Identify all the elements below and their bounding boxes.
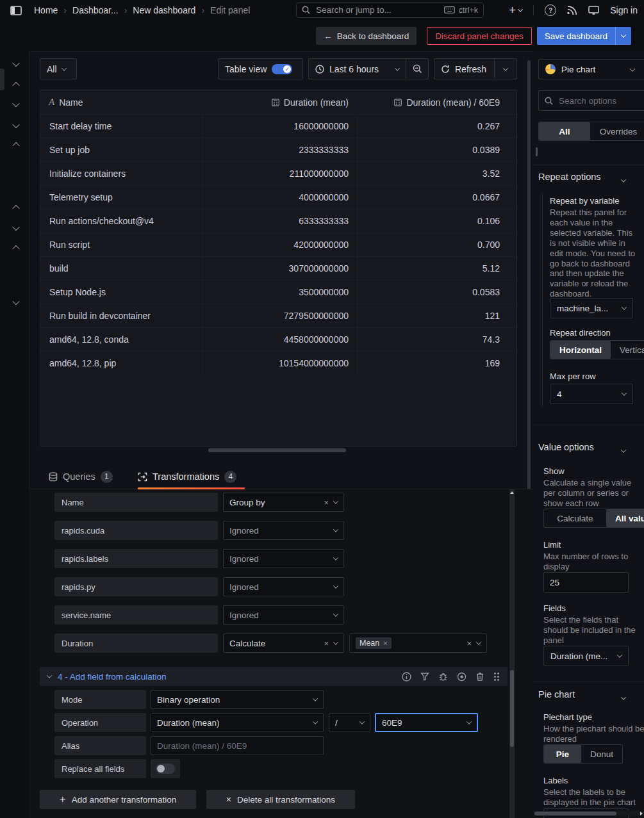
chevron-down-icon[interactable] [13,222,19,233]
search-input[interactable] [315,4,444,15]
options-scrollbar-thumb[interactable] [536,147,538,156]
variable-dropdown[interactable]: All [40,58,77,79]
tab-all[interactable]: All [539,122,590,140]
table-row[interactable]: Initialize containers2110000000003.52 [40,162,516,186]
table-row[interactable]: Telemetry setup40000000000.0667 [40,186,516,209]
stat-tag[interactable]: Mean× [356,637,392,649]
table-row[interactable]: Setup Node.js35000000000.0583 [40,281,516,304]
transformation-4-header[interactable]: 4 - Add field from calculation [40,667,508,686]
drag-handle-icon[interactable] [493,672,500,682]
scrollbar-thumb[interactable] [534,812,616,815]
groupby-operation-select[interactable]: Ignored [223,577,344,596]
value-options-header[interactable]: Value options [538,442,594,452]
type-donut[interactable]: Donut [581,745,622,763]
repeat-variable-select[interactable]: machine_la... [550,298,633,318]
help-icon[interactable]: ? [545,4,556,16]
operation-left-select[interactable]: Duration (mean) [151,713,324,732]
show-all-values[interactable]: All values [606,509,644,527]
tab-queries[interactable]: Queries 1 [49,464,113,489]
table-view-switch[interactable]: ✓ [272,64,292,74]
table-row[interactable]: amd64, 12.8, conda445800000000074.3 [40,328,516,352]
add-transformation-button[interactable]: + Add another transformation [40,790,196,809]
chevron-down-icon[interactable] [13,297,19,307]
chevron-up-icon[interactable] [13,79,19,89]
add-new-button[interactable]: + [509,5,522,15]
chevron-down-icon[interactable] [13,58,19,69]
scroll-up-arrow-icon[interactable] [510,491,514,494]
table-row[interactable]: build3070000000005.12 [40,257,516,281]
delete-all-transformations-button[interactable]: × Delete all transformations [206,790,355,809]
refresh-interval-dropdown[interactable] [494,58,517,79]
chevron-down-icon[interactable] [622,692,625,702]
table-row[interactable]: Set up job23333333330.0389 [40,138,516,162]
table-row[interactable]: amd64, 12.8, pip10154000000000169 [40,352,516,375]
news-rss-icon[interactable] [567,5,577,15]
direction-vertical[interactable]: Vertical [611,341,644,359]
options-search-input[interactable] [557,95,641,106]
debug-icon[interactable] [438,672,448,682]
options-search[interactable] [538,90,644,111]
groupby-operation-select[interactable]: Ignored [223,521,344,540]
fields-select[interactable]: Duration (me... [543,646,629,666]
groupby-operation-select[interactable]: Ignored [223,549,344,568]
table-view-toggle[interactable]: Table view ✓ [218,58,303,79]
groupby-stat-multiselect[interactable]: Mean× × [349,634,487,653]
column-header-duration-ratio[interactable]: Duration (mean) / 60E9 [357,97,508,108]
column-header-name[interactable]: A Name [40,97,202,108]
options-horizontal-scrollbar[interactable] [533,811,644,816]
show-calculate[interactable]: Calculate [544,509,606,527]
info-icon[interactable] [402,672,411,682]
dock-menu-icon[interactable] [10,6,22,15]
type-pie[interactable]: Pie [544,745,581,763]
monitor-icon[interactable] [588,6,599,15]
groupby-operation-select[interactable]: Ignored [223,605,344,625]
save-dashboard-button[interactable]: Save dashboard [537,27,631,45]
operator-select[interactable]: / [329,713,370,732]
direction-horizontal[interactable]: Horizontal [550,341,611,359]
clear-icon[interactable]: × [324,498,329,507]
max-per-row-select[interactable]: 4 [550,384,633,404]
chevron-down-icon[interactable] [622,174,625,184]
breadcrumb-home[interactable]: Home [34,5,58,15]
chevron-down-icon[interactable] [622,445,625,455]
table-row[interactable]: Run actions/checkout@v463333333330.106 [40,209,516,233]
transformations-scrollbar[interactable] [509,489,515,818]
zoom-out-time-button[interactable] [406,58,429,79]
back-to-dashboard-button[interactable]: ← Back to dashboard [316,27,417,45]
table-row[interactable]: Run script420000000000.700 [40,233,516,257]
table-row[interactable]: Start delay time160000000000.267 [40,115,516,138]
table-row[interactable]: Run build in devcontainer727950000000012… [40,304,516,328]
repeat-options-header[interactable]: Repeat options [538,172,601,182]
replace-all-fields-toggle[interactable] [151,759,180,778]
edit-pane-scrollbar[interactable] [527,60,531,491]
global-search[interactable]: ctrl+k [296,2,484,18]
clear-icon[interactable]: × [324,639,329,648]
operation-right-select[interactable]: 60E9 [375,713,478,732]
transformation-title[interactable]: 4 - Add field from calculation [58,672,167,682]
horizontal-scrollbar-thumb[interactable] [208,448,346,452]
chevron-up-icon[interactable] [13,202,19,212]
tab-overrides[interactable]: Overrides [590,122,644,140]
tab-transformations[interactable]: Transformations 4 [138,464,236,489]
discard-panel-changes-button[interactable]: Discard panel changes [427,27,531,45]
chevron-up-icon[interactable] [13,242,19,252]
pie-chart-section-header[interactable]: Pie chart [538,689,575,699]
time-range-picker[interactable]: Last 6 hours [308,58,406,79]
filter-icon[interactable] [420,672,429,681]
visualization-picker[interactable]: Pie chart [538,59,644,79]
breadcrumb-new-dashboard[interactable]: New dashboard [133,5,195,15]
chevron-down-icon[interactable] [13,99,19,109]
scroll-right-arrow-icon[interactable] [640,812,643,815]
alias-input[interactable] [151,737,323,755]
eye-icon[interactable] [457,672,466,682]
trash-icon[interactable] [475,672,484,682]
scrollbar-thumb[interactable] [510,670,514,747]
refresh-button[interactable]: Refresh [434,58,494,79]
groupby-operation-select[interactable]: Calculate × [223,634,344,653]
sign-in-link[interactable]: Sign in [610,5,638,15]
limit-input[interactable] [544,573,628,592]
collapse-icon[interactable] [47,673,52,678]
chevron-up-icon[interactable] [13,139,19,149]
breadcrumb-dashboards[interactable]: Dashboar... [72,5,119,15]
column-header-duration-mean[interactable]: Duration (mean) [202,97,357,108]
